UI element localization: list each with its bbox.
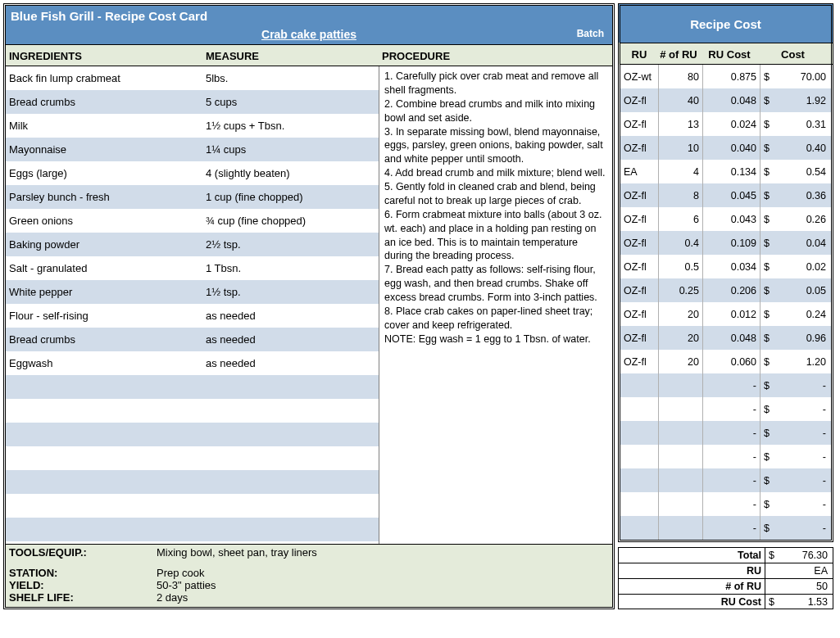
batch-label: Batch xyxy=(577,28,604,39)
cost-amount: $0.05 xyxy=(760,278,831,302)
cost-ru: OZ-fl xyxy=(620,207,658,231)
cost-num-ru: 20 xyxy=(658,302,702,326)
cost-amount: $0.40 xyxy=(760,136,831,160)
ingredient-name: Milk xyxy=(9,120,206,132)
cost-ru xyxy=(620,397,658,421)
ingredient-row: Eggwashas needed xyxy=(6,351,379,375)
cost-ru: OZ-fl xyxy=(620,88,658,112)
header-num-ru: # of RU xyxy=(658,48,702,61)
ingredient-measure: as needed xyxy=(206,357,379,369)
cost-row: -$- xyxy=(620,445,831,468)
ingredient-name: Mayonnaise xyxy=(9,143,206,156)
cost-num-ru: 40 xyxy=(658,88,702,112)
yield-value: 50-3" patties xyxy=(157,579,609,591)
cost-ru-cost: 0.045 xyxy=(702,183,760,207)
recipe-cost-title: Recipe Cost xyxy=(618,3,833,43)
header-ru-cost: RU Cost xyxy=(702,48,760,61)
cost-ru-cost: 0.134 xyxy=(702,160,760,183)
cost-amount: $1.20 xyxy=(760,350,831,373)
ingredient-name: Green onions xyxy=(9,215,206,227)
ingredient-row: White pepper1½ tsp. xyxy=(6,280,379,304)
cost-num-ru: 80 xyxy=(658,65,702,88)
cost-row: -$- xyxy=(620,492,831,516)
ingredient-name: White pepper xyxy=(9,286,206,298)
ingredient-measure: 2½ tsp. xyxy=(206,238,379,251)
cost-row: OZ-fl0.250.206$0.05 xyxy=(620,278,831,302)
cost-row: EA40.134$0.54 xyxy=(620,160,831,183)
card-title: Blue Fish Grill - Recipe Cost Card xyxy=(11,9,607,23)
procedure-step: NOTE: Egg wash = 1 egg to 1 Tbsn. of wat… xyxy=(384,333,607,346)
total-numru-value: 50 xyxy=(777,581,828,592)
cost-num-ru: 8 xyxy=(658,183,702,207)
ingredient-measure: 1 Tbsn. xyxy=(206,262,379,274)
cost-amount: $0.96 xyxy=(760,326,831,350)
cost-num-ru: 10 xyxy=(658,136,702,160)
procedure-step: 5. Gently fold in cleaned crab and blend… xyxy=(384,180,607,208)
procedure-step: 7. Bread each patty as follows: self-ris… xyxy=(384,263,607,305)
total-rucost-value: 1.53 xyxy=(777,596,828,608)
ingredient-row xyxy=(6,399,379,423)
ingredient-name: Eggs (large) xyxy=(9,167,206,179)
cost-row: OZ-fl0.50.034$0.02 xyxy=(620,255,831,278)
card-header: Blue Fish Grill - Recipe Cost Card Crab … xyxy=(6,6,612,44)
cost-ru: OZ-fl xyxy=(620,112,658,136)
cost-ru: OZ-fl xyxy=(620,278,658,302)
total-ru-label: RU xyxy=(619,563,765,578)
cost-amount: $- xyxy=(760,516,831,540)
cost-amount: $0.36 xyxy=(760,183,831,207)
cost-row: -$- xyxy=(620,373,831,397)
header-cost: Cost xyxy=(760,48,831,61)
cost-ru-cost: 0.043 xyxy=(702,207,760,231)
ingredient-row: Green onions¾ cup (fine chopped) xyxy=(6,209,379,233)
cost-num-ru: 20 xyxy=(658,326,702,350)
ingredient-measure: ¾ cup (fine chopped) xyxy=(206,215,379,227)
header-procedure: PROCEDURE xyxy=(382,50,609,62)
cost-ru: OZ-fl xyxy=(620,231,658,255)
left-panel: Blue Fish Grill - Recipe Cost Card Crab … xyxy=(3,3,615,609)
ingredient-measure: 5lbs. xyxy=(206,72,379,84)
cost-ru: OZ-fl xyxy=(620,302,658,326)
cost-ru-cost: 0.048 xyxy=(702,88,760,112)
cost-column-headers: RU # of RU RU Cost Cost xyxy=(618,43,833,65)
ingredient-name: Bread crumbs xyxy=(9,333,206,346)
ingredient-measure: 1½ cups + Tbsn. xyxy=(206,120,379,132)
cost-ru-cost: 0.040 xyxy=(702,136,760,160)
yield-label: YIELD: xyxy=(9,579,157,591)
ingredient-row: Bread crumbs5 cups xyxy=(6,90,379,114)
cost-num-ru xyxy=(658,421,702,445)
cost-num-ru: 6 xyxy=(658,207,702,231)
cost-num-ru xyxy=(658,468,702,492)
footer-block: TOOLS/EQUIP.:Mixing bowl, sheet pan, tra… xyxy=(6,544,612,607)
cost-row: OZ-wt800.875$70.00 xyxy=(620,65,831,88)
cost-num-ru: 13 xyxy=(658,112,702,136)
cost-amount: $- xyxy=(760,421,831,445)
cost-amount: $0.31 xyxy=(760,112,831,136)
cost-amount: $0.26 xyxy=(760,207,831,231)
cost-num-ru: 0.25 xyxy=(658,278,702,302)
tools-value: Mixing bowl, sheet pan, tray liners xyxy=(157,546,609,559)
ingredient-row: Back fin lump crabmeat5lbs. xyxy=(6,66,379,90)
ingredient-row: Milk1½ cups + Tbsn. xyxy=(6,114,379,138)
cost-amount: $1.92 xyxy=(760,88,831,112)
cost-ru: OZ-wt xyxy=(620,65,658,88)
cost-num-ru xyxy=(658,373,702,397)
cost-num-ru xyxy=(658,445,702,468)
cost-ru: OZ-fl xyxy=(620,255,658,278)
cost-amount: $0.54 xyxy=(760,160,831,183)
header-measure: MEASURE xyxy=(206,50,382,62)
cost-row: OZ-fl200.012$0.24 xyxy=(620,302,831,326)
cost-row: OZ-fl400.048$1.92 xyxy=(620,88,831,112)
ingredient-name: Back fin lump crabmeat xyxy=(9,72,206,84)
tools-label: TOOLS/EQUIP.: xyxy=(9,546,157,559)
total-label: Total xyxy=(619,548,765,563)
procedure-step: 2. Combine bread crumbs and milk into mi… xyxy=(384,97,607,125)
ingredient-name: Bread crumbs xyxy=(9,96,206,108)
cost-ru: OZ-fl xyxy=(620,350,658,373)
cost-ru-cost: - xyxy=(702,492,760,516)
cost-row: OZ-fl130.024$0.31 xyxy=(620,112,831,136)
cost-num-ru xyxy=(658,492,702,516)
cost-ru-cost: 0.024 xyxy=(702,112,760,136)
cost-ru xyxy=(620,492,658,516)
cost-rows: OZ-wt800.875$70.00OZ-fl400.048$1.92OZ-fl… xyxy=(618,65,833,542)
ingredient-row xyxy=(6,494,379,518)
